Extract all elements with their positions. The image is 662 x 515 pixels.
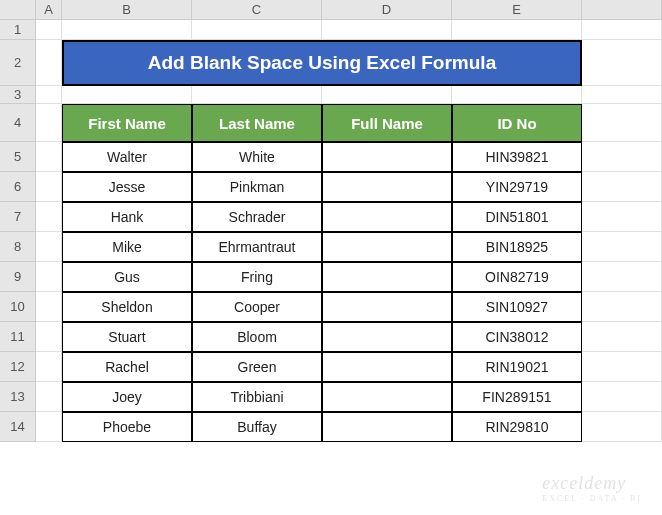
col-header-A[interactable]: A xyxy=(36,0,62,20)
cell-extra-1[interactable] xyxy=(582,20,662,40)
col-header-B[interactable]: B xyxy=(62,0,192,20)
cell-B3[interactable] xyxy=(62,86,192,104)
title-cell[interactable]: Add Blank Space Using Excel Formula xyxy=(62,40,582,86)
cell-last-name[interactable]: Ehrmantraut xyxy=(192,232,322,262)
cell-last-name[interactable]: Buffay xyxy=(192,412,322,442)
col-header-D[interactable]: D xyxy=(322,0,452,20)
cell-A2[interactable] xyxy=(36,40,62,86)
select-all-corner[interactable] xyxy=(0,0,36,20)
cell-B1[interactable] xyxy=(62,20,192,40)
cell-first-name[interactable]: Gus xyxy=(62,262,192,292)
cell-full-name[interactable] xyxy=(322,352,452,382)
cell-last-name[interactable]: Schrader xyxy=(192,202,322,232)
cell-first-name[interactable]: Joey xyxy=(62,382,192,412)
row-header-3[interactable]: 3 xyxy=(0,86,36,104)
cell-A3[interactable] xyxy=(36,86,62,104)
cell-A10[interactable] xyxy=(36,292,62,322)
cell-full-name[interactable] xyxy=(322,142,452,172)
row-header-7[interactable]: 7 xyxy=(0,202,36,232)
cell-extra-14[interactable] xyxy=(582,412,662,442)
cell-last-name[interactable]: White xyxy=(192,142,322,172)
cell-full-name[interactable] xyxy=(322,322,452,352)
cell-full-name[interactable] xyxy=(322,292,452,322)
cell-A1[interactable] xyxy=(36,20,62,40)
cell-E1[interactable] xyxy=(452,20,582,40)
header-full-name[interactable]: Full Name xyxy=(322,104,452,142)
row-header-1[interactable]: 1 xyxy=(0,20,36,40)
cell-full-name[interactable] xyxy=(322,412,452,442)
cell-extra-4[interactable] xyxy=(582,104,662,142)
cell-first-name[interactable]: Hank xyxy=(62,202,192,232)
cell-A9[interactable] xyxy=(36,262,62,292)
row-header-13[interactable]: 13 xyxy=(0,382,36,412)
row-header-14[interactable]: 14 xyxy=(0,412,36,442)
cell-A4[interactable] xyxy=(36,104,62,142)
cell-last-name[interactable]: Pinkman xyxy=(192,172,322,202)
cell-full-name[interactable] xyxy=(322,262,452,292)
cell-last-name[interactable]: Fring xyxy=(192,262,322,292)
cell-extra-8[interactable] xyxy=(582,232,662,262)
cell-extra-7[interactable] xyxy=(582,202,662,232)
cell-A12[interactable] xyxy=(36,352,62,382)
cell-id-no[interactable]: RIN29810 xyxy=(452,412,582,442)
cell-id-no[interactable]: FIN289151 xyxy=(452,382,582,412)
row-header-5[interactable]: 5 xyxy=(0,142,36,172)
cell-id-no[interactable]: RIN19021 xyxy=(452,352,582,382)
cell-extra-11[interactable] xyxy=(582,322,662,352)
cell-first-name[interactable]: Jesse xyxy=(62,172,192,202)
cell-extra-9[interactable] xyxy=(582,262,662,292)
cell-full-name[interactable] xyxy=(322,382,452,412)
cell-E3[interactable] xyxy=(452,86,582,104)
row-header-12[interactable]: 12 xyxy=(0,352,36,382)
cell-full-name[interactable] xyxy=(322,172,452,202)
cell-C3[interactable] xyxy=(192,86,322,104)
cell-last-name[interactable]: Cooper xyxy=(192,292,322,322)
cell-D1[interactable] xyxy=(322,20,452,40)
cell-C1[interactable] xyxy=(192,20,322,40)
cell-id-no[interactable]: DIN51801 xyxy=(452,202,582,232)
cell-extra-5[interactable] xyxy=(582,142,662,172)
row-header-9[interactable]: 9 xyxy=(0,262,36,292)
row-header-8[interactable]: 8 xyxy=(0,232,36,262)
cell-id-no[interactable]: OIN82719 xyxy=(452,262,582,292)
cell-extra-10[interactable] xyxy=(582,292,662,322)
row-header-4[interactable]: 4 xyxy=(0,104,36,142)
cell-first-name[interactable]: Rachel xyxy=(62,352,192,382)
cell-extra-13[interactable] xyxy=(582,382,662,412)
col-header-E[interactable]: E xyxy=(452,0,582,20)
cell-extra-3[interactable] xyxy=(582,86,662,104)
cell-A11[interactable] xyxy=(36,322,62,352)
cell-A14[interactable] xyxy=(36,412,62,442)
row-header-11[interactable]: 11 xyxy=(0,322,36,352)
cell-A8[interactable] xyxy=(36,232,62,262)
cell-last-name[interactable]: Green xyxy=(192,352,322,382)
header-id-no[interactable]: ID No xyxy=(452,104,582,142)
cell-A6[interactable] xyxy=(36,172,62,202)
row-header-6[interactable]: 6 xyxy=(0,172,36,202)
cell-first-name[interactable]: Sheldon xyxy=(62,292,192,322)
cell-first-name[interactable]: Phoebe xyxy=(62,412,192,442)
cell-A7[interactable] xyxy=(36,202,62,232)
cell-last-name[interactable]: Tribbiani xyxy=(192,382,322,412)
row-header-10[interactable]: 10 xyxy=(0,292,36,322)
cell-A5[interactable] xyxy=(36,142,62,172)
header-first-name[interactable]: First Name xyxy=(62,104,192,142)
cell-id-no[interactable]: HIN39821 xyxy=(452,142,582,172)
cell-first-name[interactable]: Mike xyxy=(62,232,192,262)
cell-full-name[interactable] xyxy=(322,232,452,262)
cell-D3[interactable] xyxy=(322,86,452,104)
cell-id-no[interactable]: YIN29719 xyxy=(452,172,582,202)
cell-extra-2[interactable] xyxy=(582,40,662,86)
cell-id-no[interactable]: BIN18925 xyxy=(452,232,582,262)
cell-A13[interactable] xyxy=(36,382,62,412)
cell-last-name[interactable]: Bloom xyxy=(192,322,322,352)
cell-first-name[interactable]: Stuart xyxy=(62,322,192,352)
cell-id-no[interactable]: SIN10927 xyxy=(452,292,582,322)
cell-full-name[interactable] xyxy=(322,202,452,232)
cell-extra-6[interactable] xyxy=(582,172,662,202)
col-header-C[interactable]: C xyxy=(192,0,322,20)
header-last-name[interactable]: Last Name xyxy=(192,104,322,142)
cell-extra-12[interactable] xyxy=(582,352,662,382)
cell-first-name[interactable]: Walter xyxy=(62,142,192,172)
row-header-2[interactable]: 2 xyxy=(0,40,36,86)
